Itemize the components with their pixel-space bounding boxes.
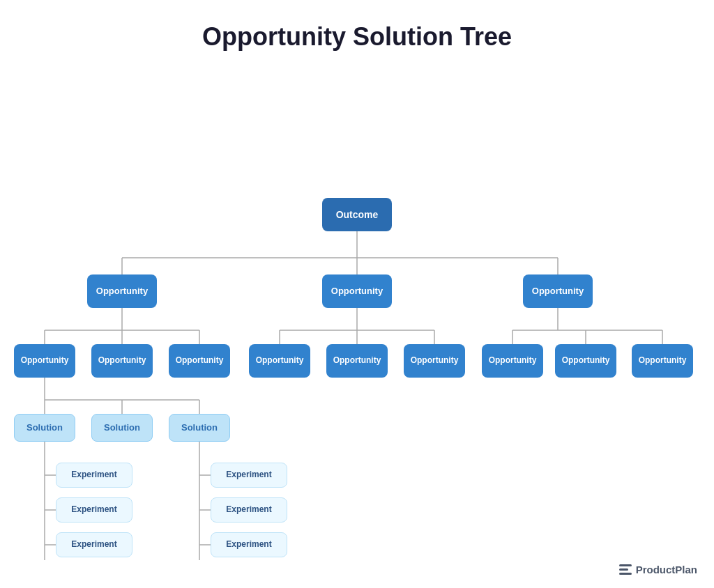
- opportunity-l2-1-node: Opportunity: [14, 344, 75, 378]
- opportunity-l2-7-node: Opportunity: [482, 344, 543, 378]
- experiment-1-2-node: Experiment: [56, 497, 132, 523]
- outcome-node: Outcome: [322, 198, 392, 231]
- opportunity-l2-8-node: Opportunity: [555, 344, 616, 378]
- page-title: Opportunity Solution Tree: [0, 0, 714, 65]
- experiment-3-2-node: Experiment: [211, 497, 287, 523]
- opportunity-l2-3-node: Opportunity: [169, 344, 230, 378]
- productplan-text: ProductPlan: [636, 564, 697, 575]
- productplan-icon: [619, 564, 632, 575]
- opportunity-l2-9-node: Opportunity: [632, 344, 693, 378]
- opportunity-l2-2-node: Opportunity: [91, 344, 153, 378]
- experiment-3-1-node: Experiment: [211, 463, 287, 488]
- productplan-logo: ProductPlan: [619, 564, 697, 575]
- opportunity-l1-2-node: Opportunity: [322, 274, 392, 308]
- opportunity-l2-4-node: Opportunity: [249, 344, 310, 378]
- page: Opportunity Solution Tree: [0, 0, 714, 588]
- solution-1-node: Solution: [14, 414, 75, 442]
- opportunity-l1-1-node: Opportunity: [87, 274, 157, 308]
- experiment-1-3-node: Experiment: [56, 532, 132, 557]
- solution-3-node: Solution: [169, 414, 230, 442]
- opportunity-l1-3-node: Opportunity: [523, 274, 593, 308]
- solution-2-node: Solution: [91, 414, 153, 442]
- opportunity-l2-5-node: Opportunity: [326, 344, 388, 378]
- opportunity-l2-6-node: Opportunity: [404, 344, 465, 378]
- experiment-1-1-node: Experiment: [56, 463, 132, 488]
- experiment-3-3-node: Experiment: [211, 532, 287, 557]
